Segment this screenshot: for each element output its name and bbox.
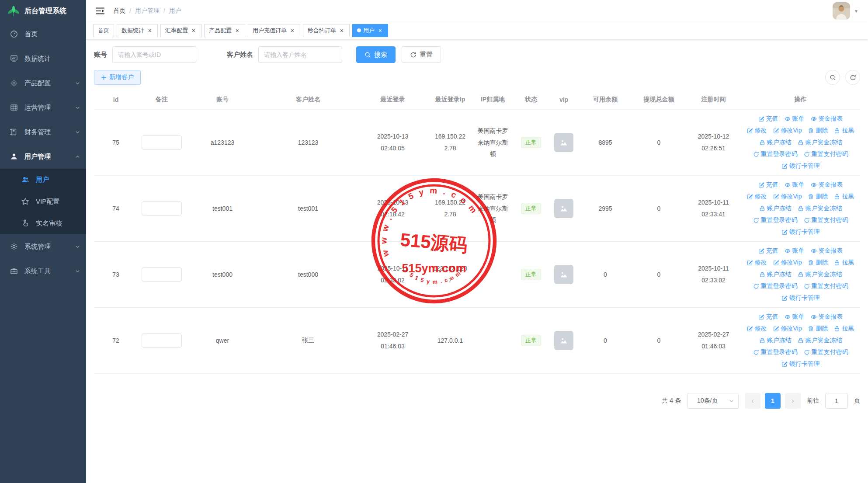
action-label: 账单 (792, 181, 805, 189)
tab-汇率配置[interactable]: 汇率配置× (160, 24, 201, 37)
add-customer-button[interactable]: 新增客户 (94, 70, 141, 85)
action-freeze-funds-link[interactable]: 账户资金冻结 (798, 139, 842, 146)
status-badge: 正常 (521, 269, 541, 280)
action-edit-link[interactable]: 修改 (747, 127, 767, 135)
action-reset-login-password-link[interactable]: 重置登录密码 (753, 150, 798, 158)
sidebar-collapse-icon[interactable] (94, 5, 106, 17)
tab-首页[interactable]: 首页 (93, 24, 114, 37)
action-edit-vip-link[interactable]: 修改Vip (773, 193, 802, 201)
action-edit-link[interactable]: 修改 (747, 259, 767, 267)
sidebar-item-vip-config[interactable]: VIP配置 (0, 191, 86, 212)
action-edit-vip-link[interactable]: 修改Vip (773, 259, 802, 267)
action-funds-report-link[interactable]: 资金报表 (811, 115, 843, 123)
action-recharge-link[interactable]: 充值 (758, 313, 778, 321)
table-refresh-button[interactable] (845, 70, 860, 85)
action-blacklist-link[interactable]: 拉黑 (834, 259, 854, 267)
lock-icon (798, 205, 804, 212)
next-page-button[interactable]: › (785, 393, 801, 409)
search-button[interactable]: 搜索 (356, 46, 396, 63)
action-reset-pay-password-link[interactable]: 重置支付密码 (804, 216, 848, 224)
action-edit-vip-link[interactable]: 修改Vip (773, 127, 802, 135)
tab-close-icon[interactable]: × (377, 27, 383, 34)
action-recharge-link[interactable]: 充值 (758, 181, 778, 189)
tab-产品配置[interactable]: 产品配置× (204, 24, 245, 37)
action-bank-card-management-link[interactable]: 银行卡管理 (781, 162, 820, 170)
action-freeze-funds-link[interactable]: 账户资金冻结 (798, 337, 842, 344)
action-label: 账户冻结 (767, 205, 792, 212)
action-recharge-link[interactable]: 充值 (758, 115, 778, 123)
action-edit-link[interactable]: 修改 (747, 193, 767, 201)
remark-input[interactable] (142, 267, 182, 282)
goto-page-input[interactable] (825, 393, 848, 409)
tab-数据统计[interactable]: 数据统计× (117, 24, 158, 37)
breadcrumb-user-management[interactable]: 用户管理 (135, 7, 160, 15)
reset-button[interactable]: 重置 (402, 46, 441, 63)
avatar-dropdown-caret-icon[interactable]: ▼ (854, 9, 858, 14)
action-freeze-account-link[interactable]: 账户冻结 (759, 271, 792, 278)
sidebar-item-operation-management[interactable]: 运营管理 (0, 95, 86, 120)
action-delete-link[interactable]: 删除 (808, 127, 828, 135)
prev-page-button[interactable]: ‹ (745, 393, 760, 409)
tab-close-icon[interactable]: × (234, 27, 240, 34)
action-reset-login-password-link[interactable]: 重置登录密码 (753, 216, 798, 224)
gear-icon (10, 79, 18, 87)
action-reset-login-password-link[interactable]: 重置登录密码 (753, 348, 798, 356)
action-bank-card-management-link[interactable]: 银行卡管理 (781, 294, 820, 302)
action-blacklist-link[interactable]: 拉黑 (834, 325, 854, 333)
action-funds-report-link[interactable]: 资金报表 (811, 181, 843, 189)
action-reset-login-password-link[interactable]: 重置登录密码 (753, 282, 798, 290)
action-bills-link[interactable]: 账单 (785, 115, 805, 123)
customer-name-input[interactable] (258, 46, 342, 63)
remark-input[interactable] (142, 201, 182, 216)
action-blacklist-link[interactable]: 拉黑 (834, 193, 854, 201)
page-number-1[interactable]: 1 (765, 393, 781, 409)
action-recharge-link[interactable]: 充值 (758, 247, 778, 255)
action-reset-pay-password-link[interactable]: 重置支付密码 (804, 282, 848, 290)
tab-close-icon[interactable]: × (338, 27, 345, 34)
page-size-select[interactable]: 10条/页 (687, 393, 739, 409)
action-bank-card-management-link[interactable]: 银行卡管理 (781, 360, 820, 368)
action-freeze-account-link[interactable]: 账户冻结 (759, 139, 792, 146)
action-bills-link[interactable]: 账单 (785, 181, 805, 189)
action-freeze-funds-link[interactable]: 账户资金冻结 (798, 205, 842, 212)
breadcrumb-home[interactable]: 首页 (113, 7, 125, 15)
sidebar-item-real-name-audit[interactable]: 实名审核 (0, 212, 86, 234)
sidebar-item-home[interactable]: 首页 (0, 22, 86, 46)
sidebar-item-users[interactable]: 用户 (0, 169, 86, 191)
action-freeze-account-link[interactable]: 账户冻结 (759, 205, 792, 212)
action-delete-link[interactable]: 删除 (808, 193, 828, 201)
sidebar-item-statistics[interactable]: 数据统计 (0, 46, 86, 71)
action-delete-link[interactable]: 删除 (808, 325, 828, 333)
sidebar-item-user-management[interactable]: 用户管理 (0, 144, 86, 169)
action-freeze-account-link[interactable]: 账户冻结 (759, 337, 792, 344)
tab-用户[interactable]: 用户× (352, 24, 388, 37)
tab-close-icon[interactable]: × (190, 27, 197, 34)
action-bank-card-management-link[interactable]: 银行卡管理 (781, 228, 820, 236)
sidebar-item-finance-management[interactable]: 财务管理 (0, 120, 86, 144)
action-label: 账户资金冻结 (806, 139, 842, 146)
remark-input[interactable] (142, 135, 182, 150)
action-funds-report-link[interactable]: 资金报表 (811, 313, 843, 321)
action-reset-pay-password-link[interactable]: 重置支付密码 (804, 348, 848, 356)
tab-close-icon[interactable]: × (289, 27, 295, 34)
action-edit-vip-link[interactable]: 修改Vip (773, 325, 802, 333)
sidebar-item-system-management[interactable]: 系统管理 (0, 234, 86, 259)
tab-秒合约订单[interactable]: 秒合约订单× (303, 24, 350, 37)
sidebar-item-product-config[interactable]: 产品配置 (0, 71, 86, 95)
action-blacklist-link[interactable]: 拉黑 (834, 127, 854, 135)
sidebar-item-system-tools[interactable]: 系统工具 (0, 259, 86, 283)
action-delete-link[interactable]: 删除 (808, 259, 828, 267)
action-bills-link[interactable]: 账单 (785, 313, 805, 321)
cell-balance: 2995 (579, 176, 632, 242)
account-input[interactable] (112, 46, 196, 63)
action-bills-link[interactable]: 账单 (785, 247, 805, 255)
action-freeze-funds-link[interactable]: 账户资金冻结 (798, 271, 842, 278)
tab-close-icon[interactable]: × (146, 27, 153, 34)
remark-input[interactable] (142, 333, 182, 348)
tab-用户充值订单[interactable]: 用户充值订单× (248, 24, 300, 37)
action-reset-pay-password-link[interactable]: 重置支付密码 (804, 150, 848, 158)
action-edit-link[interactable]: 修改 (747, 325, 767, 333)
action-funds-report-link[interactable]: 资金报表 (811, 247, 843, 255)
table-search-toggle-button[interactable] (825, 70, 840, 85)
avatar[interactable] (833, 2, 850, 20)
